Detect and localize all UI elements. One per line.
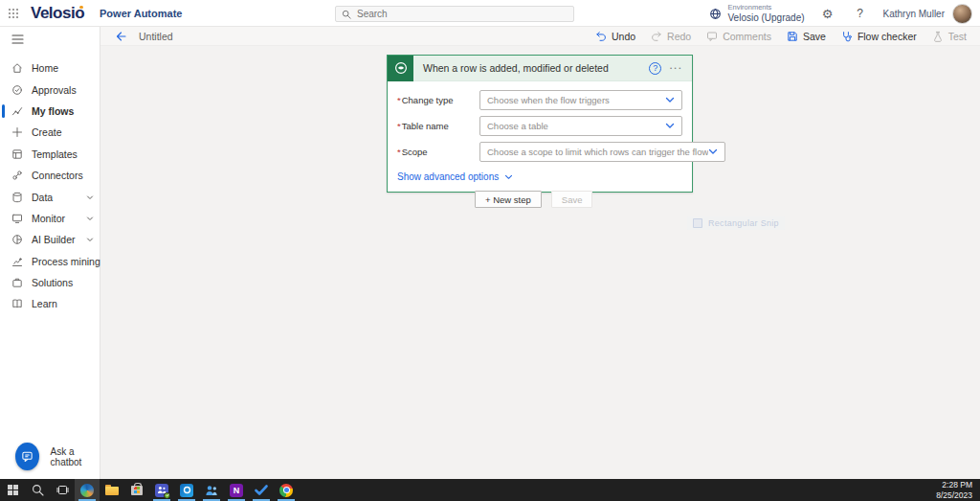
dataverse-connector-icon bbox=[388, 56, 413, 81]
templates-icon bbox=[11, 148, 23, 160]
chatbot-button[interactable] bbox=[15, 443, 39, 470]
sidebar-item-monitor[interactable]: Monitor bbox=[0, 208, 100, 229]
chevron-down-icon[interactable] bbox=[86, 215, 94, 222]
sidebar-item-data[interactable]: Data bbox=[0, 186, 100, 207]
table-name-dropdown[interactable]: Choose a table bbox=[479, 116, 682, 136]
comments-icon bbox=[706, 31, 718, 42]
taskbar-chrome[interactable] bbox=[274, 479, 299, 501]
trigger-more-menu-icon[interactable]: ... bbox=[669, 61, 682, 75]
chatbot-launcher: Ask a chatbot bbox=[15, 443, 100, 470]
my-flows-icon bbox=[11, 105, 23, 117]
taskbar-time: 2:28 PM bbox=[942, 480, 972, 490]
canvas-save-button[interactable]: Save bbox=[551, 191, 593, 208]
windows-start-button[interactable] bbox=[0, 479, 25, 501]
people-icon bbox=[205, 485, 218, 496]
taskbar-microsoft-store[interactable] bbox=[124, 479, 149, 501]
taskbar-edge-browser-active[interactable] bbox=[75, 479, 100, 501]
sidebar-item-label: Connectors bbox=[32, 170, 83, 181]
back-arrow-icon[interactable] bbox=[108, 31, 133, 42]
taskbar-clock[interactable]: 2:28 PM 8/25/2023 bbox=[936, 479, 980, 501]
microsoft-store-icon bbox=[131, 486, 143, 495]
learn-icon bbox=[11, 298, 23, 309]
comments-button[interactable]: Comments bbox=[706, 31, 771, 42]
sidebar-item-connectors[interactable]: Connectors bbox=[0, 165, 100, 186]
user-avatar[interactable] bbox=[952, 4, 972, 24]
user-name: Kathryn Muller bbox=[883, 9, 945, 19]
sidebar-item-approvals[interactable]: Approvals bbox=[0, 79, 100, 100]
field-row-scope: *Scope Choose a scope to limit which row… bbox=[397, 142, 682, 162]
sidebar-item-create[interactable]: Create bbox=[0, 122, 100, 143]
sidebar: Home Approvals My flows Create bbox=[0, 27, 100, 479]
environment-value: Velosio (Upgrade) bbox=[727, 12, 804, 24]
trigger-help-icon[interactable]: ? bbox=[649, 62, 661, 75]
trigger-card[interactable]: When a row is added, modified or deleted… bbox=[387, 55, 693, 193]
chrome-icon bbox=[279, 484, 293, 497]
task-view-icon bbox=[56, 484, 69, 496]
flow-designer-canvas: When a row is added, modified or deleted… bbox=[100, 46, 980, 479]
sidebar-collapse-hamburger-icon[interactable] bbox=[0, 29, 100, 50]
sidebar-item-solutions[interactable]: Solutions bbox=[0, 272, 100, 293]
logo-text: Velosio bbox=[31, 4, 84, 23]
field-label: *Change type bbox=[397, 95, 479, 105]
header-right-group: Environments Velosio (Upgrade) ⚙ ? Kathr… bbox=[709, 0, 980, 27]
redo-button[interactable]: Redo bbox=[651, 31, 691, 42]
flow-checker-button[interactable]: Flow checker bbox=[841, 31, 917, 42]
environment-picker[interactable]: Environments Velosio (Upgrade) bbox=[709, 4, 804, 23]
save-button[interactable]: Save bbox=[787, 31, 826, 42]
sidebar-item-templates[interactable]: Templates bbox=[0, 144, 100, 165]
chatbot-label: Ask a chatbot bbox=[51, 446, 100, 467]
field-row-change-type: *Change type Choose when the flow trigge… bbox=[397, 90, 682, 110]
taskbar-file-explorer[interactable] bbox=[100, 479, 124, 501]
show-advanced-options-link[interactable]: Show advanced options bbox=[397, 171, 513, 182]
task-view-button[interactable] bbox=[50, 479, 75, 501]
chevron-down-icon[interactable] bbox=[86, 236, 94, 243]
velosio-logo[interactable]: Velosio bbox=[31, 4, 84, 23]
sidebar-item-process-mining[interactable]: Process mining bbox=[0, 251, 100, 272]
home-icon bbox=[11, 62, 23, 74]
help-icon[interactable]: ? bbox=[851, 4, 870, 23]
new-step-button[interactable]: + New step bbox=[475, 191, 542, 208]
undo-icon bbox=[595, 31, 607, 42]
global-search[interactable] bbox=[335, 6, 574, 22]
sidebar-item-my-flows[interactable]: My flows bbox=[0, 101, 100, 122]
ai-builder-icon bbox=[11, 234, 23, 245]
chevron-down-icon bbox=[665, 123, 675, 129]
taskbar-search-button[interactable] bbox=[25, 479, 50, 501]
sidebar-item-label: Data bbox=[32, 192, 53, 203]
field-label: *Scope bbox=[397, 147, 479, 157]
taskbar-onenote[interactable]: N bbox=[224, 479, 249, 501]
chevron-down-icon bbox=[665, 97, 675, 103]
test-button[interactable]: Test bbox=[932, 31, 967, 42]
search-icon bbox=[342, 10, 351, 19]
taskbar-people[interactable] bbox=[199, 479, 224, 501]
trigger-card-body: *Change type Choose when the flow trigge… bbox=[388, 81, 692, 192]
app-launcher-waffle-icon[interactable] bbox=[0, 0, 27, 27]
taskbar-outlook[interactable] bbox=[174, 479, 199, 501]
sidebar-item-label: Learn bbox=[32, 298, 57, 309]
sidebar-item-home[interactable]: Home bbox=[0, 57, 100, 79]
test-beaker-icon bbox=[932, 31, 944, 42]
undo-button[interactable]: Undo bbox=[595, 31, 635, 42]
taskbar-teams[interactable] bbox=[149, 479, 174, 501]
chat-bubble-icon bbox=[21, 450, 33, 463]
chevron-down-icon[interactable] bbox=[86, 194, 94, 201]
change-type-dropdown[interactable]: Choose when the flow triggers bbox=[479, 90, 682, 110]
logo-orange-dot bbox=[79, 6, 83, 10]
approvals-icon bbox=[11, 84, 23, 96]
sidebar-item-ai-builder[interactable]: AI Builder bbox=[0, 229, 100, 250]
taskbar-todo[interactable] bbox=[249, 479, 274, 501]
search-input[interactable] bbox=[357, 9, 568, 19]
scope-dropdown[interactable]: Choose a scope to limit which rows can t… bbox=[479, 142, 725, 162]
trigger-card-header[interactable]: When a row is added, modified or deleted… bbox=[388, 56, 692, 81]
chevron-down-icon bbox=[708, 148, 718, 155]
required-asterisk: * bbox=[397, 95, 401, 105]
canvas-action-buttons: + New step Save bbox=[475, 191, 592, 208]
plus-icon bbox=[11, 126, 23, 138]
settings-gear-icon[interactable]: ⚙ bbox=[818, 4, 837, 23]
rectangular-snip-watermark: Rectangular Snip bbox=[687, 216, 785, 230]
sidebar-item-label: Process mining bbox=[32, 256, 100, 267]
field-label: *Table name bbox=[397, 121, 479, 131]
sidebar-item-label: Solutions bbox=[32, 277, 73, 288]
dropdown-placeholder: Choose a scope to limit which rows can t… bbox=[487, 147, 708, 157]
sidebar-item-learn[interactable]: Learn bbox=[0, 293, 100, 314]
